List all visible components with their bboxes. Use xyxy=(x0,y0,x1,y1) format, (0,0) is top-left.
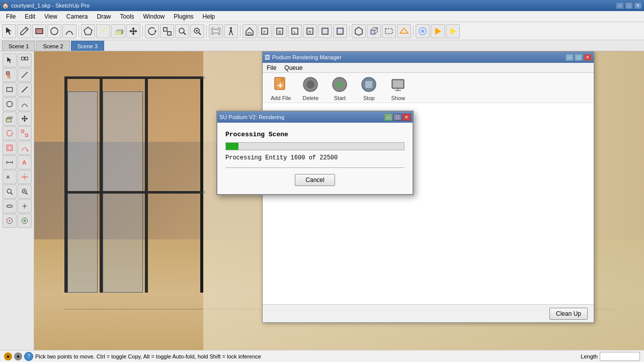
eraser-left-tool[interactable] xyxy=(18,68,32,82)
walk-tool[interactable] xyxy=(224,24,238,38)
help-icon[interactable]: ? xyxy=(24,352,33,361)
polygon-tool[interactable] xyxy=(81,24,95,38)
bottom-view[interactable] xyxy=(333,24,347,38)
svg-rect-42 xyxy=(7,87,12,92)
status-icon-2: ● xyxy=(14,352,22,360)
left-tool-row-2: 🎨 xyxy=(3,68,32,82)
measure-left-tool[interactable] xyxy=(3,155,17,169)
offset-left-tool[interactable] xyxy=(3,141,17,155)
podium-delete-tool[interactable]: Delete xyxy=(301,75,320,101)
menu-edit[interactable]: Edit xyxy=(21,12,39,21)
podium-start-tool[interactable]: Start xyxy=(330,75,349,101)
podium-menu-queue[interactable]: Queue xyxy=(284,64,302,71)
menu-plugins[interactable]: Plugins xyxy=(170,12,197,21)
scene-tab-3[interactable]: Scene 3 xyxy=(71,41,104,51)
house-view[interactable] xyxy=(243,24,257,38)
menu-help[interactable]: Help xyxy=(199,12,219,21)
select-left-tool[interactable] xyxy=(3,53,17,67)
close-button[interactable]: ✕ xyxy=(634,2,642,9)
podium-menu-file[interactable]: File xyxy=(267,64,276,71)
rect-left-tool[interactable] xyxy=(3,82,17,97)
window-glass-2 xyxy=(103,92,143,192)
menu-view[interactable]: View xyxy=(40,12,61,21)
window-frame-3 xyxy=(145,76,148,293)
cleanup-button[interactable]: Clean Up xyxy=(549,308,588,320)
circle-tool[interactable] xyxy=(47,24,61,38)
podium-maximize-btn[interactable]: □ xyxy=(575,54,583,61)
stop-icon xyxy=(359,75,378,94)
zoom-left-tool[interactable] xyxy=(3,185,17,199)
rendering-maximize-btn[interactable]: □ xyxy=(393,114,401,121)
move-tool[interactable] xyxy=(126,24,140,38)
podium-add-file-tool[interactable]: Add File xyxy=(271,75,291,101)
rotate-tool[interactable] xyxy=(145,24,159,38)
pencil-tool[interactable] xyxy=(17,24,31,38)
svg-line-30 xyxy=(375,28,377,30)
component-left-tool[interactable] xyxy=(18,53,32,67)
move-left-tool[interactable] xyxy=(18,112,32,126)
menu-window[interactable]: Window xyxy=(139,12,169,21)
length-input[interactable] xyxy=(600,352,640,361)
iso-view[interactable] xyxy=(352,24,366,38)
progress-entity-text: Processing Entity 1600 of 22500 xyxy=(225,154,405,161)
x-ray-view[interactable] xyxy=(382,24,396,38)
podium-close-btn[interactable]: ✕ xyxy=(584,54,592,61)
rotate-left-tool[interactable] xyxy=(3,126,17,140)
podium-minimize-btn[interactable]: – xyxy=(566,54,574,61)
podium-show-tool[interactable]: Show xyxy=(388,75,408,101)
podium-extra-btn[interactable] xyxy=(446,24,460,38)
back-view[interactable]: B xyxy=(273,24,287,38)
circle-left-tool[interactable] xyxy=(3,97,17,111)
podium-menu: File Queue xyxy=(263,63,594,73)
push-left-tool[interactable] xyxy=(3,112,17,126)
freehand-tool[interactable] xyxy=(96,24,110,38)
zoom-window-tool[interactable] xyxy=(190,24,204,38)
camera-orbit-tool[interactable] xyxy=(209,24,223,38)
northangle-left-tool[interactable] xyxy=(3,214,17,228)
scene-tab-1[interactable]: Scene 1 xyxy=(2,41,35,51)
setaxes-left-tool[interactable] xyxy=(18,214,32,228)
zoomextents-left-tool[interactable] xyxy=(18,185,32,199)
minimize-button[interactable]: – xyxy=(616,2,624,9)
perspective-view[interactable] xyxy=(367,24,381,38)
right-view[interactable]: R xyxy=(303,24,317,38)
pan-left-tool[interactable] xyxy=(18,199,32,213)
left-tool-row-3 xyxy=(3,82,32,97)
rendering-title-bar: SU Podium V2: Rendering – □ ✕ xyxy=(217,112,413,123)
arc-tool[interactable] xyxy=(62,24,76,38)
svg-rect-36 xyxy=(21,57,24,60)
podium-settings-btn[interactable] xyxy=(416,24,430,38)
3dtext-left-tool[interactable]: A xyxy=(3,170,17,184)
podium-render-btn[interactable] xyxy=(431,24,445,38)
rendering-minimize-btn[interactable]: – xyxy=(384,114,392,121)
arc-left-tool[interactable] xyxy=(18,97,32,111)
top-view[interactable] xyxy=(318,24,332,38)
paint-left-tool[interactable]: 🎨 xyxy=(3,68,17,82)
followme-left-tool[interactable] xyxy=(18,141,32,155)
scale-left-tool[interactable] xyxy=(18,126,32,140)
menu-tools[interactable]: Tools xyxy=(116,12,138,21)
svg-rect-38 xyxy=(6,72,9,75)
zoom-tool[interactable] xyxy=(175,24,189,38)
orbit-left-tool[interactable] xyxy=(3,199,17,213)
section-left-tool[interactable] xyxy=(18,170,32,184)
front-view[interactable]: F xyxy=(258,24,272,38)
rectangle-tool[interactable] xyxy=(32,24,46,38)
line-left-tool[interactable] xyxy=(18,82,32,97)
scale-tool[interactable] xyxy=(160,24,174,38)
text-left-tool[interactable]: A xyxy=(18,155,32,169)
push-pull-tool[interactable] xyxy=(111,24,125,38)
scene-tab-2[interactable]: Scene 2 xyxy=(36,41,69,51)
menu-file[interactable]: File xyxy=(2,12,20,21)
select-tool[interactable] xyxy=(2,24,16,38)
cancel-rendering-button[interactable]: Cancel xyxy=(295,174,335,186)
podium-toolbar: Add File Delete xyxy=(263,73,594,103)
wireframe-view[interactable] xyxy=(397,24,411,38)
svg-rect-48 xyxy=(25,134,28,137)
menu-draw[interactable]: Draw xyxy=(93,12,115,21)
maximize-button[interactable]: □ xyxy=(625,2,633,9)
rendering-close-btn[interactable]: ✕ xyxy=(403,114,411,121)
menu-camera[interactable]: Camera xyxy=(62,12,92,21)
podium-stop-tool[interactable]: Stop xyxy=(359,75,378,101)
left-view[interactable]: L xyxy=(288,24,302,38)
